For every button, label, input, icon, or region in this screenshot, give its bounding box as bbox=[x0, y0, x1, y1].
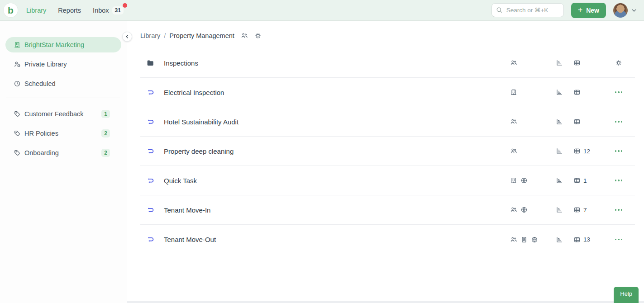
workflow-icon bbox=[146, 206, 155, 214]
row-stats-button[interactable] bbox=[552, 118, 567, 125]
list-item[interactable]: Electrical Inspection bbox=[140, 78, 635, 107]
sidebar-tag-hr-policies[interactable]: HR Policies 2 bbox=[5, 126, 121, 141]
list-item[interactable]: Inspections bbox=[140, 48, 635, 78]
chevron-left-icon bbox=[124, 34, 130, 39]
row-title[interactable]: Property deep cleaning bbox=[164, 147, 510, 155]
row-title[interactable]: Inspections bbox=[164, 59, 510, 67]
row-run-count: 13 bbox=[583, 236, 590, 243]
user-group-icon[interactable] bbox=[241, 32, 248, 39]
nav-library[interactable]: Library bbox=[26, 7, 46, 14]
user-group-icon bbox=[510, 59, 517, 66]
row-menu-button[interactable] bbox=[602, 91, 635, 93]
sidebar-item-scheduled[interactable]: Scheduled bbox=[5, 76, 121, 91]
chevron-down-icon[interactable] bbox=[630, 7, 638, 14]
table-icon bbox=[573, 206, 581, 213]
table-icon bbox=[573, 89, 581, 96]
workflow-icon bbox=[146, 235, 155, 244]
nav-inbox-label: Inbox bbox=[93, 7, 109, 14]
app-logo[interactable]: b bbox=[4, 3, 18, 17]
tag-label: Onboarding bbox=[24, 149, 101, 156]
bar-chart-icon bbox=[556, 177, 563, 184]
user-avatar[interactable] bbox=[613, 3, 628, 18]
row-menu-button[interactable] bbox=[602, 239, 635, 241]
sidebar-item-private-library[interactable]: Private Library bbox=[5, 57, 121, 72]
row-title[interactable]: Electrical Inspection bbox=[164, 89, 510, 96]
nav-reports[interactable]: Reports bbox=[58, 7, 81, 14]
row-share-icons bbox=[510, 147, 552, 155]
sidebar-item-label: BrightStar Marketing bbox=[24, 41, 110, 48]
row-stats-button[interactable] bbox=[552, 236, 567, 243]
nav-inbox[interactable]: Inbox 31 bbox=[93, 6, 124, 14]
row-share-icons bbox=[510, 59, 552, 66]
row-run-count: 1 bbox=[583, 177, 587, 184]
row-title[interactable]: Tenant Move-In bbox=[164, 206, 510, 214]
row-runs-button[interactable]: 12 bbox=[567, 147, 602, 155]
user-group-icon bbox=[510, 118, 517, 125]
tag-icon bbox=[14, 130, 21, 137]
gear-icon bbox=[615, 59, 622, 66]
row-title[interactable]: Quick Task bbox=[164, 177, 510, 185]
row-menu-button[interactable] bbox=[602, 180, 635, 181]
list-item[interactable]: Tenant Move-Out 13 bbox=[140, 225, 635, 254]
row-runs-button[interactable]: 13 bbox=[567, 236, 602, 243]
new-button[interactable]: + New bbox=[571, 3, 606, 18]
clock-icon bbox=[14, 80, 21, 87]
breadcrumb: Library / Property Management bbox=[127, 21, 644, 39]
row-stats-button[interactable] bbox=[552, 59, 567, 66]
row-runs-button[interactable]: 7 bbox=[567, 206, 602, 213]
building-icon bbox=[510, 89, 517, 96]
workflow-icon bbox=[146, 118, 155, 126]
sidebar-tag-customer-feedback[interactable]: Customer Feedback 1 bbox=[5, 106, 121, 122]
table-icon bbox=[573, 147, 581, 155]
row-runs-button[interactable] bbox=[567, 89, 602, 96]
search-icon bbox=[496, 6, 503, 14]
breadcrumb-current: Property Management bbox=[169, 32, 234, 39]
row-stats-button[interactable] bbox=[552, 177, 567, 184]
globe-icon bbox=[531, 236, 538, 243]
row-runs-button[interactable]: 1 bbox=[567, 177, 602, 184]
new-button-label: New bbox=[586, 7, 599, 14]
row-stats-button[interactable] bbox=[552, 147, 567, 155]
workflow-icon bbox=[146, 88, 155, 97]
bar-chart-icon bbox=[556, 89, 563, 96]
row-stats-button[interactable] bbox=[552, 206, 567, 213]
ellipsis-menu-icon bbox=[615, 239, 623, 241]
building-icon bbox=[14, 41, 21, 48]
workflow-icon bbox=[146, 176, 155, 185]
tag-label: HR Policies bbox=[24, 130, 101, 137]
folder-icon bbox=[146, 59, 155, 67]
sidebar-collapse-button[interactable] bbox=[122, 32, 132, 42]
ellipsis-menu-icon bbox=[615, 180, 623, 181]
ellipsis-menu-icon bbox=[615, 150, 623, 152]
sidebar-item-label: Private Library bbox=[24, 61, 110, 68]
row-menu-button[interactable] bbox=[602, 121, 635, 123]
row-title[interactable]: Hotel Sustainability Audit bbox=[164, 118, 510, 126]
ellipsis-menu-icon bbox=[615, 209, 623, 211]
list-item[interactable]: Property deep cleaning 12 bbox=[140, 137, 635, 166]
sidebar-tag-onboarding[interactable]: Onboarding 2 bbox=[5, 145, 121, 161]
row-title[interactable]: Tenant Move-Out bbox=[164, 236, 510, 243]
row-menu-button[interactable] bbox=[602, 150, 635, 152]
id-card-icon bbox=[520, 236, 528, 243]
sidebar-item-brightstar-marketing[interactable]: BrightStar Marketing bbox=[5, 37, 121, 52]
row-runs-button[interactable] bbox=[567, 118, 602, 125]
help-button[interactable]: Help bbox=[614, 287, 639, 303]
ellipsis-menu-icon bbox=[615, 91, 623, 93]
row-runs-button[interactable] bbox=[567, 59, 602, 66]
breadcrumb-library[interactable]: Library bbox=[140, 32, 160, 39]
row-menu-button[interactable] bbox=[602, 209, 635, 211]
tag-label: Customer Feedback bbox=[24, 110, 101, 118]
row-settings-button[interactable] bbox=[602, 59, 635, 66]
row-share-icons bbox=[510, 89, 552, 96]
bar-chart-icon bbox=[556, 147, 563, 155]
globe-icon bbox=[520, 206, 528, 213]
list-item[interactable]: Hotel Sustainability Audit bbox=[140, 107, 635, 137]
row-stats-button[interactable] bbox=[552, 89, 567, 96]
row-share-icons bbox=[510, 177, 552, 184]
workflow-icon bbox=[146, 147, 155, 156]
gear-icon[interactable] bbox=[254, 32, 262, 39]
bar-chart-icon bbox=[556, 206, 563, 213]
list-item[interactable]: Tenant Move-In 7 bbox=[140, 195, 635, 225]
list-item[interactable]: Quick Task 1 bbox=[140, 166, 635, 195]
globe-icon bbox=[520, 177, 528, 184]
